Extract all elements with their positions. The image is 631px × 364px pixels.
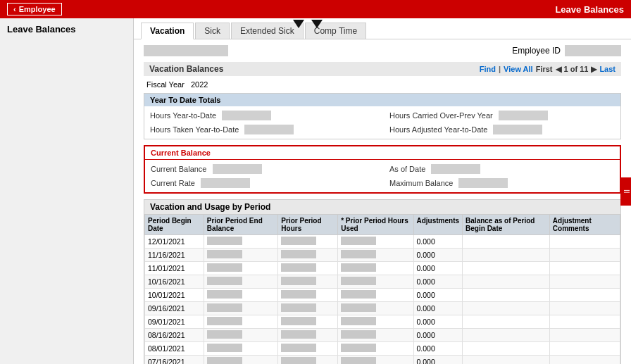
cell-adjustments: 0.000 (413, 249, 463, 262)
employee-button[interactable]: ‹ Employee (7, 3, 62, 15)
cell-adj-comments (549, 315, 620, 329)
fiscal-year: Fiscal Year 2022 (144, 80, 621, 89)
cell-adjustments: 0.000 (413, 275, 463, 289)
cell-prior-end (204, 329, 278, 342)
cell-adjustments: 0.000 (413, 302, 463, 315)
content-area: Vacation Sick Extended Sick Comp Time (134, 18, 631, 364)
ytd-row-2: Hours Taken Year-to-Date (150, 125, 375, 134)
cell-prior-end (204, 275, 278, 289)
cb-row-1: As of Date (389, 164, 614, 174)
cell-adj-comments (549, 249, 620, 262)
table-row: 08/01/2021 0.000 (145, 342, 620, 356)
cell-date: 08/01/2021 (145, 342, 204, 356)
nav-page-info: 1 of 11 (564, 65, 589, 74)
table-row: 10/01/2021 0.000 (145, 289, 620, 302)
cell-date: 09/01/2021 (145, 315, 204, 329)
usage-header: Vacation and Usage by Period (144, 200, 620, 214)
cell-adj-comments (549, 342, 620, 356)
cell-adj-comments (549, 356, 620, 365)
cell-date: 08/16/2021 (145, 329, 204, 342)
cell-date: 10/01/2021 (145, 289, 204, 302)
cell-prior-end (204, 262, 278, 275)
vacation-balances-header: Vacation Balances Find | View All First … (144, 62, 621, 76)
cb-label-1: As of Date (389, 165, 425, 173)
cell-balance-period (463, 342, 550, 356)
ytd-row-3: Hours Adjusted Year-to-Date (389, 125, 615, 134)
ytd-value-2 (244, 125, 294, 134)
cell-prior-used (338, 262, 413, 275)
col-balance-period: Balance as of Period Begin Date (463, 215, 550, 235)
cell-adj-comments (549, 262, 620, 275)
employee-button-label: Employee (19, 5, 56, 13)
table-row: 12/01/2021 0.000 (145, 235, 620, 249)
table-row: 09/01/2021 0.000 (145, 315, 620, 329)
tab-sick[interactable]: Sick (195, 23, 230, 39)
employee-name-box (144, 45, 228, 56)
ytd-row-1: Hours Carried Over-Prev Year (389, 111, 615, 120)
ytd-label-3: Hours Adjusted Year-to-Date (389, 125, 487, 134)
cell-prior-end (204, 289, 278, 302)
cell-adj-comments (549, 329, 620, 342)
cell-prior-used (338, 235, 413, 249)
nav-next-icon[interactable]: ▶ (591, 65, 596, 74)
sidebar-title: Leave Balances (7, 24, 126, 34)
cell-prior-hours (278, 342, 338, 356)
cb-label-0: Current Balance (151, 165, 207, 173)
cell-balance-period (463, 275, 550, 289)
cell-adjustments: 0.000 (413, 356, 463, 365)
cell-prior-used (338, 289, 413, 302)
main-layout: Leave Balances Vacation Sick Extended Si… (0, 18, 631, 364)
cell-adjustments: 0.000 (413, 315, 463, 329)
employee-row: Employee ID (144, 45, 621, 56)
cell-adjustments: 0.000 (413, 329, 463, 342)
col-prior-hours: Prior Period Hours (278, 215, 338, 235)
tab-vacation[interactable]: Vacation (141, 23, 194, 39)
down-arrow-2 (311, 20, 323, 28)
nav-find[interactable]: Find (480, 65, 496, 74)
cell-prior-hours (278, 235, 338, 249)
tab-arrows (293, 20, 323, 28)
cb-header: Current Balance (145, 146, 620, 160)
cell-adj-comments (549, 289, 620, 302)
nav-sep1: | (499, 65, 501, 74)
nav-view-all[interactable]: View All (504, 65, 533, 74)
cb-value-3 (458, 178, 508, 188)
current-balance-section: Current Balance Current Balance As of Da… (144, 145, 621, 194)
nav-prev-icon[interactable]: ◀ (556, 65, 561, 74)
cell-prior-hours (278, 262, 338, 275)
table-row: 11/01/2021 0.000 (145, 262, 620, 275)
cell-date: 07/16/2021 (145, 356, 204, 365)
ytd-section: Year To Date Totals Hours Year-to-Date H… (144, 93, 621, 139)
cell-adjustments: 0.000 (413, 235, 463, 249)
cell-prior-used (338, 329, 413, 342)
nav-last[interactable]: Last (599, 65, 616, 74)
cell-balance-period (463, 235, 550, 249)
cell-prior-hours (278, 275, 338, 289)
cell-prior-used (338, 342, 413, 356)
side-collapse-button[interactable]: II (620, 177, 631, 206)
cell-date: 10/16/2021 (145, 275, 204, 289)
cell-balance-period (463, 289, 550, 302)
cell-prior-hours (278, 356, 338, 365)
sidebar: Leave Balances (0, 18, 134, 364)
fiscal-year-label: Fiscal Year (146, 80, 185, 89)
cell-adj-comments (549, 302, 620, 315)
cb-label-2: Current Rate (151, 179, 195, 187)
cb-row-0: Current Balance (151, 164, 375, 174)
cell-balance-period (463, 356, 550, 365)
cell-prior-end (204, 315, 278, 329)
cell-date: 09/16/2021 (145, 302, 204, 315)
cell-balance-period (463, 302, 550, 315)
ytd-value-0 (222, 111, 271, 120)
cell-balance-period (463, 315, 550, 329)
ytd-body: Hours Year-to-Date Hours Carried Over-Pr… (144, 106, 620, 139)
cb-label-3: Maximum Balance (389, 179, 453, 187)
col-adj-comments: Adjustment Comments (549, 215, 620, 235)
cell-prior-end (204, 342, 278, 356)
cell-prior-used (338, 275, 413, 289)
nav-first[interactable]: First (536, 65, 553, 74)
col-prior-used: * Prior Period Hours Used (338, 215, 413, 235)
cell-date: 11/01/2021 (145, 262, 204, 275)
table-row: 10/16/2021 0.000 (145, 275, 620, 289)
cb-body: Current Balance As of Date Current Rate … (145, 160, 620, 192)
